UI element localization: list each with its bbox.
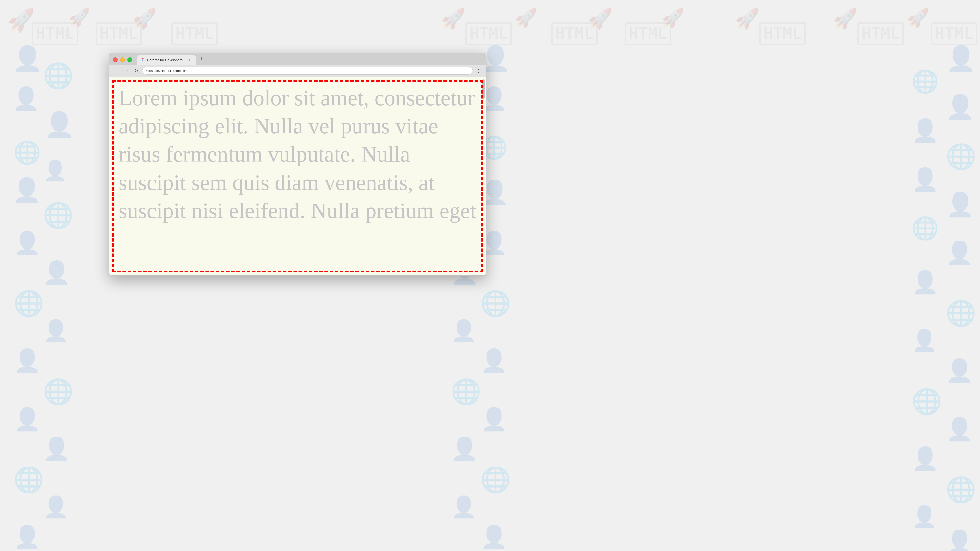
bg-html-icon: HTML bbox=[858, 22, 904, 45]
bg-icon: 👤 bbox=[451, 436, 478, 462]
bg-icon: 🚀 bbox=[662, 7, 684, 29]
back-icon: ← bbox=[115, 68, 119, 73]
refresh-button[interactable]: ↻ bbox=[132, 67, 140, 75]
menu-button[interactable]: ⋮ bbox=[475, 67, 483, 75]
bg-icon: 👤 bbox=[912, 269, 939, 295]
bg-icon: 👤 bbox=[946, 529, 973, 551]
forward-button[interactable]: → bbox=[123, 67, 130, 75]
bg-icon: 👤 bbox=[946, 357, 973, 383]
bg-icon: 🚀 bbox=[441, 7, 466, 30]
bg-icon: 🌐 bbox=[912, 216, 939, 241]
address-bar[interactable]: https://developer.chrome.com/ bbox=[142, 67, 473, 75]
bg-icon: 👤 bbox=[912, 167, 939, 192]
bg-icon: 🌐 bbox=[43, 377, 73, 406]
bg-icon: 👤 bbox=[946, 44, 976, 73]
bg-icon: 👤 bbox=[912, 328, 937, 353]
bg-html-icon: HTML bbox=[551, 22, 598, 45]
bg-globe-icon: 🌐 bbox=[43, 61, 73, 90]
bg-icon: 🌐 bbox=[912, 68, 939, 94]
bg-icon: 👤 bbox=[43, 436, 70, 462]
tab-row: Chrome for Developers ✕ + bbox=[109, 53, 486, 65]
bg-icon: 👤 bbox=[451, 495, 477, 519]
bg-icon: 👤 bbox=[912, 118, 939, 143]
bg-html-icon: HTML bbox=[625, 22, 671, 45]
lorem-paragraph: Lorem ipsum dolor sit amet, consectetur … bbox=[119, 86, 476, 223]
bg-icon: 🚀 bbox=[907, 7, 929, 29]
bg-html-icon: HTML bbox=[466, 22, 512, 45]
bg-icon: 👤 bbox=[946, 416, 973, 442]
scrollbar-thumb[interactable] bbox=[482, 79, 485, 99]
bg-icon: 👤 bbox=[43, 495, 69, 519]
bg-icon: 👤 bbox=[946, 191, 975, 218]
nav-bar: ← → ↻ https://developer.chrome.com/ ⋮ bbox=[109, 65, 486, 77]
bg-html-icon: HTML bbox=[95, 22, 142, 45]
bg-icon: 🌐 bbox=[13, 289, 44, 318]
bg-icon: 👤 bbox=[451, 318, 477, 343]
bg-icon: 🌐 bbox=[912, 387, 942, 416]
bg-html-icon: HTML bbox=[931, 22, 977, 45]
bg-icon: 👤 bbox=[13, 524, 41, 550]
close-button[interactable] bbox=[113, 57, 118, 62]
bg-icon: 👤 bbox=[480, 524, 508, 550]
bg-icon: 👤 bbox=[13, 348, 41, 373]
scrollbar-track[interactable] bbox=[481, 77, 485, 275]
bg-icon: 🌐 bbox=[946, 475, 976, 504]
menu-dots-icon: ⋮ bbox=[476, 68, 481, 74]
bg-icon: 🚀 bbox=[68, 7, 90, 27]
bg-globe-icon: 🌐 bbox=[13, 140, 41, 165]
minimize-button[interactable] bbox=[120, 57, 125, 62]
bg-html-icon: HTML bbox=[172, 22, 218, 45]
fullscreen-button[interactable] bbox=[127, 57, 132, 62]
bg-icon: 👤 bbox=[12, 176, 41, 204]
bg-icon: 👤 bbox=[13, 230, 41, 256]
tab-close-icon[interactable]: ✕ bbox=[189, 58, 192, 62]
url-text: https://developer.chrome.com/ bbox=[146, 69, 188, 73]
svg-point-2 bbox=[142, 59, 143, 60]
bg-icon: 🚀 bbox=[833, 7, 858, 30]
bg-icon: 🌐 bbox=[43, 201, 73, 230]
bg-icon: 👤 bbox=[13, 407, 41, 432]
bg-icon: 👤 bbox=[946, 93, 975, 121]
bg-person-icon: 👤 bbox=[12, 86, 40, 111]
bg-icon: 👤 bbox=[480, 407, 508, 432]
browser-window: Chrome for Developers ✕ + ← → ↻ https://… bbox=[109, 52, 486, 275]
bg-person-icon: 👤 bbox=[12, 44, 43, 73]
page-content: Lorem ipsum dolor sit amet, consectetur … bbox=[109, 77, 486, 275]
bg-icon: 🚀 bbox=[7, 7, 35, 33]
bg-icon: 👤 bbox=[43, 260, 70, 285]
back-button[interactable]: ← bbox=[113, 67, 121, 75]
bg-icon: 🚀 bbox=[514, 7, 538, 29]
bg-icon: 🌐 bbox=[451, 377, 481, 406]
bg-icon: 🚀 bbox=[735, 7, 759, 30]
bg-person-icon: 👤 bbox=[43, 159, 67, 182]
new-tab-button[interactable]: + bbox=[197, 55, 205, 65]
bg-icon: 🌐 bbox=[480, 465, 511, 494]
bg-person-icon: 👤 bbox=[44, 110, 75, 139]
refresh-icon: ↻ bbox=[135, 68, 138, 73]
bg-icon: 🚀 bbox=[588, 7, 612, 30]
bg-html-icon: HTML bbox=[32, 22, 78, 45]
browser-chrome: Chrome for Developers ✕ + ← → ↻ https://… bbox=[109, 53, 486, 77]
traffic-lights bbox=[113, 57, 132, 65]
chrome-favicon bbox=[140, 58, 145, 62]
forward-icon: → bbox=[124, 68, 129, 73]
tab-title: Chrome for Developers bbox=[147, 58, 187, 62]
bg-icon: 🌐 bbox=[13, 465, 44, 494]
active-tab[interactable]: Chrome for Developers ✕ bbox=[137, 55, 196, 65]
bg-icon: 🌐 bbox=[946, 299, 976, 328]
bg-icon: 🌐 bbox=[480, 289, 511, 318]
bg-html-icon: HTML bbox=[759, 22, 806, 45]
bg-icon: 👤 bbox=[43, 318, 69, 343]
bg-icon: 🚀 bbox=[132, 7, 157, 30]
bg-icon: 👤 bbox=[912, 446, 939, 472]
bg-icon: 🌐 bbox=[946, 142, 976, 171]
bg-icon: 👤 bbox=[946, 240, 973, 266]
lorem-text-content: Lorem ipsum dolor sit amet, consectetur … bbox=[109, 77, 486, 232]
bg-icon: 👤 bbox=[912, 505, 937, 529]
new-tab-icon[interactable]: + bbox=[197, 55, 205, 63]
bg-icon: 👤 bbox=[480, 348, 508, 373]
